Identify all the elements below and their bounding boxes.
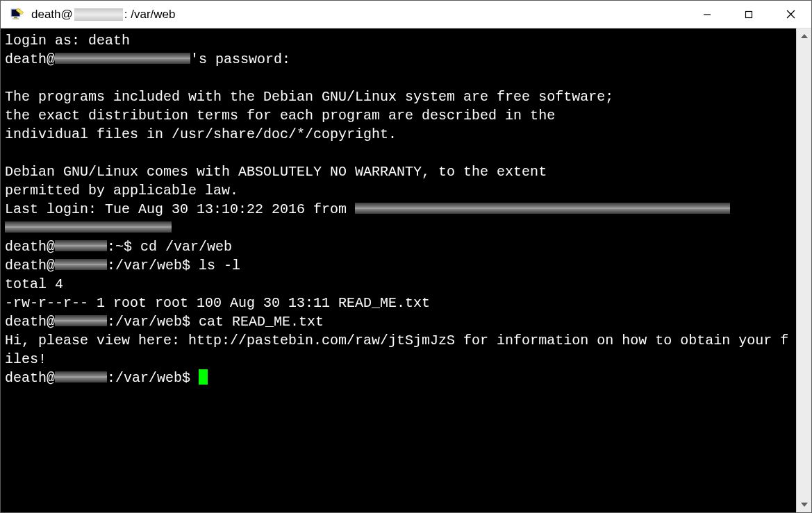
- window-title: death@: /var/web: [31, 8, 686, 22]
- title-suffix: : /var/web: [124, 8, 176, 22]
- cmd3: cat READ_ME.txt: [199, 314, 324, 330]
- minimize-button[interactable]: [686, 1, 728, 28]
- prompt3-prefix: death@: [5, 314, 55, 330]
- login-user: death: [88, 33, 130, 49]
- titlebar[interactable]: death@: /var/web: [1, 1, 811, 28]
- scroll-down-icon[interactable]: [797, 497, 811, 512]
- maximize-button[interactable]: [728, 1, 770, 28]
- pw-suffix: 's password:: [190, 51, 290, 67]
- prompt1-prefix: death@: [5, 239, 55, 255]
- window-controls: [686, 1, 811, 28]
- pw-prefix: death@: [5, 51, 55, 67]
- cat-output: Hi, please view here: http://pastebin.co…: [5, 333, 788, 367]
- motd-line4: Debian GNU/Linux comes with ABSOLUTELY N…: [5, 164, 547, 180]
- scrollbar[interactable]: [796, 28, 811, 512]
- redacted-from: [355, 203, 730, 214]
- motd-line2: the exact distribution terms for each pr…: [5, 108, 555, 124]
- redacted-host-p1: [55, 240, 107, 251]
- title-redacted-host: [74, 8, 123, 21]
- prompt2-prefix: death@: [5, 258, 55, 274]
- terminal-area: login as: death death@'s password: The p…: [1, 28, 811, 512]
- ls-total: total 4: [5, 276, 63, 292]
- close-button[interactable]: [770, 1, 811, 28]
- login-prompt: login as:: [5, 33, 88, 49]
- redacted-host: [55, 53, 190, 64]
- putty-icon: [9, 6, 26, 23]
- svg-rect-5: [746, 11, 752, 17]
- motd-line1: The programs included with the Debian GN…: [5, 89, 613, 105]
- cursor: [199, 369, 208, 385]
- redacted-host-p3: [55, 315, 107, 326]
- cmd1: cd /var/web: [140, 239, 232, 255]
- last-login: Last login: Tue Aug 30 13:10:22 2016 fro…: [5, 201, 355, 217]
- redacted-line: [5, 221, 172, 233]
- svg-rect-3: [13, 18, 19, 19]
- motd-line5: permitted by applicable law.: [5, 183, 238, 199]
- prompt2-suffix: :/var/web$: [107, 258, 199, 274]
- redacted-host-p2: [55, 259, 107, 270]
- ls-line: -rw-r--r-- 1 root root 100 Aug 30 13:11 …: [5, 295, 430, 311]
- prompt1-suffix: :~$: [107, 239, 140, 255]
- svg-rect-2: [14, 17, 17, 18]
- motd-line3: individual files in /usr/share/doc/*/cop…: [5, 126, 397, 142]
- putty-window: death@: /var/web login as: death death@'…: [0, 0, 812, 513]
- scroll-up-icon[interactable]: [797, 28, 811, 44]
- cmd2: ls -l: [199, 258, 240, 274]
- prompt3-suffix: :/var/web$: [107, 314, 199, 330]
- prompt4-suffix: :/var/web$: [107, 370, 199, 386]
- title-prefix: death@: [31, 8, 73, 22]
- prompt4-prefix: death@: [5, 370, 55, 386]
- terminal-output[interactable]: login as: death death@'s password: The p…: [1, 28, 796, 512]
- redacted-host-p4: [55, 371, 107, 382]
